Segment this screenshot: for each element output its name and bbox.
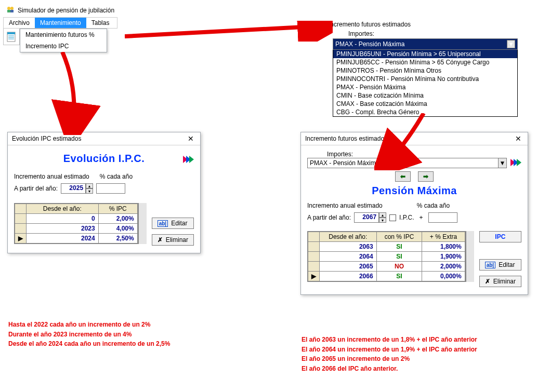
app-bar: Simulador de pensión de jubilación Archi… bbox=[3, 3, 117, 52]
submenu-futuros[interactable]: Mantenimiento futuros % bbox=[20, 29, 107, 40]
anno-left-2: Durante el año 2023 incremento de un 4% bbox=[8, 330, 170, 340]
edit-icon: ab| bbox=[158, 220, 168, 227]
spin-down-icon[interactable]: ▼ bbox=[379, 218, 386, 223]
fut-combo-value: PMAX - Pensión Máxima bbox=[310, 159, 379, 167]
dropdown-option[interactable]: PMINOTROS - Pensión Mínima Otros bbox=[333, 66, 517, 75]
dropdown-option[interactable]: PMAX - Pensión Máxima bbox=[333, 83, 517, 91]
svg-point-1 bbox=[10, 7, 14, 10]
delete-icon: ✗ bbox=[158, 236, 163, 244]
close-icon[interactable]: ✕ bbox=[186, 134, 196, 143]
rgb-arrows-icon[interactable] bbox=[185, 156, 194, 165]
annotation-right: El año 2063 un incremento de un 1,8% + e… bbox=[302, 335, 477, 373]
ipc-incr-label: Incremento anual estimado bbox=[14, 173, 89, 180]
edit-icon: ab| bbox=[485, 262, 495, 268]
ipc-year-row: A partir del año: 2025 ▲▼ bbox=[14, 183, 194, 194]
app-title: Simulador de pensión de jubilación bbox=[18, 7, 114, 14]
anno-left-3: Desde el año 2024 cada año un incremento… bbox=[8, 339, 170, 349]
importes-selected-text: PMAX - Pensión Máxima bbox=[335, 40, 404, 48]
ipc-checkbox[interactable] bbox=[389, 214, 396, 221]
edit-label: Editar bbox=[171, 220, 187, 227]
table-row[interactable]: 2063 SI 1,800% bbox=[308, 242, 465, 252]
svg-rect-3 bbox=[10, 10, 14, 12]
anno-right-3: El año 2065 un incremento de un 2% bbox=[302, 354, 477, 364]
spin-up-icon[interactable]: ▲ bbox=[86, 183, 93, 188]
arrow-icon bbox=[125, 21, 333, 42]
ipc-year-value[interactable]: 2025 bbox=[61, 183, 86, 194]
dropdown-option[interactable]: PMINJUB65CC - Pensión Mínima > 65 Cónyug… bbox=[333, 58, 517, 66]
app-title-row: Simulador de pensión de jubilación bbox=[3, 3, 117, 17]
anno-left-1: Hasta el 2022 cada año un incremento de … bbox=[8, 320, 170, 330]
fut-big-title: Pensión Máxima bbox=[307, 185, 521, 197]
importes-label: Importes: bbox=[326, 29, 518, 38]
close-icon[interactable]: ✕ bbox=[513, 134, 523, 143]
table-row[interactable]: 2023 4,00% bbox=[15, 224, 138, 234]
delete-label: Eliminar bbox=[166, 236, 188, 244]
fut-from-label: A partir del año: bbox=[307, 214, 351, 221]
menu-mantenimiento[interactable]: Mantenimiento bbox=[35, 18, 86, 28]
anno-right-4: El año 2066 del IPC año anterior. bbox=[302, 364, 477, 374]
delete-button[interactable]: ✗ Eliminar bbox=[479, 276, 521, 287]
annotation-left: Hasta el 2022 cada año un incremento de … bbox=[8, 320, 170, 349]
table-row[interactable]: 2065 NO 2,000% bbox=[308, 262, 465, 272]
fut-year-value[interactable]: 2067 bbox=[354, 212, 379, 223]
submenu-ipc[interactable]: Incremento IPC bbox=[20, 40, 107, 52]
fut-col-extra: + % Extra bbox=[422, 232, 465, 242]
toolbar-row: Mantenimiento futuros % Incremento IPC bbox=[3, 29, 117, 52]
spin-up-icon[interactable]: ▲ bbox=[379, 212, 386, 218]
table-row[interactable]: 2064 SI 1,900% bbox=[308, 252, 465, 262]
ipc-button[interactable]: IPC bbox=[479, 231, 521, 242]
menu-archivo[interactable]: Archivo bbox=[4, 18, 35, 28]
fut-scrollbar[interactable] bbox=[466, 231, 474, 282]
chevron-down-icon[interactable]: ▼ bbox=[498, 158, 506, 168]
submenu: Mantenimiento futuros % Incremento IPC bbox=[20, 29, 107, 52]
fut-year-input[interactable]: 2067 ▲▼ bbox=[354, 212, 386, 223]
fut-window-title: Incremento futuros estimado bbox=[305, 135, 384, 142]
dropdown-option[interactable]: CMAX - Base cotización Máxima bbox=[333, 100, 517, 108]
app-icon bbox=[6, 5, 15, 15]
svg-rect-2 bbox=[7, 10, 10, 12]
edit-button[interactable]: ab| Editar bbox=[479, 259, 521, 271]
fut-labels-row: Incremento anual estimado % cada año bbox=[307, 202, 521, 209]
table-row[interactable]: ▶ 2024 2,50% bbox=[15, 234, 138, 244]
grid-corner bbox=[308, 232, 320, 242]
dropdown-option[interactable]: PMINNOCONTRI - Pensión Mínima No contrib… bbox=[333, 75, 517, 83]
fut-extra-input[interactable] bbox=[428, 212, 457, 223]
menu-tablas[interactable]: Tablas bbox=[86, 18, 115, 28]
arrow-icon bbox=[374, 113, 437, 170]
notepad-icon[interactable] bbox=[3, 29, 20, 45]
ipc-col-year: Desde el año: bbox=[27, 204, 99, 214]
fut-col-ipc: con % IPC bbox=[376, 232, 422, 242]
delete-button[interactable]: ✗ Eliminar bbox=[152, 234, 194, 246]
fut-grid: Desde el año: con % IPC + % Extra 2063 S… bbox=[307, 231, 466, 282]
dropdown-option[interactable]: CMIN - Base cotización Mínima bbox=[333, 91, 517, 100]
chevron-down-icon[interactable]: ▼ bbox=[507, 40, 515, 48]
ipc-year-input[interactable]: 2025 ▲▼ bbox=[61, 183, 93, 194]
ipc-btn-label: IPC bbox=[495, 233, 505, 240]
plus-label: + bbox=[420, 214, 423, 221]
table-row[interactable]: 0 2,00% bbox=[15, 214, 138, 224]
fut-col-year: Desde el año: bbox=[320, 232, 377, 242]
fut-pct-label: % cada año bbox=[417, 202, 450, 209]
ipc-pct-input[interactable] bbox=[96, 183, 125, 194]
ipc-grid: Desde el año: % IPC 0 2,00% 2023 4,00% bbox=[14, 203, 138, 244]
ipc-dialog: Evolución IPC estimados ✕ Evolución I.P.… bbox=[7, 132, 201, 253]
spin-down-icon[interactable]: ▼ bbox=[86, 188, 93, 194]
top-right-panel: Incremento futuros estimados Importes: P… bbox=[326, 20, 518, 117]
rgb-arrows-icon[interactable] bbox=[512, 159, 521, 168]
ipc-pct-label: % cada año bbox=[100, 173, 133, 180]
table-row[interactable]: ▶ 2066 SI 0,000% bbox=[308, 272, 465, 281]
dropdown-option[interactable]: PMINJUB65UNI - Pensión Mínima > 65 Unipe… bbox=[333, 50, 517, 58]
grid-corner bbox=[15, 204, 27, 214]
ipc-window-title: Evolución IPC estimados bbox=[12, 135, 81, 142]
edit-button[interactable]: ab| Editar bbox=[152, 218, 194, 229]
importes-dropdown-selected[interactable]: PMAX - Pensión Máxima ▼ bbox=[333, 38, 518, 50]
anno-right-1: El año 2063 un incremento de un 1,8% + e… bbox=[302, 335, 477, 345]
ipc-check-label: I.P.C. bbox=[399, 214, 414, 221]
arrow-icon bbox=[42, 52, 104, 135]
ipc-big-title: Evolución I.P.C. bbox=[63, 153, 145, 165]
ipc-scrollbar[interactable] bbox=[138, 203, 147, 244]
next-button[interactable]: ➡ bbox=[418, 171, 434, 182]
anno-right-2: El año 2064 un incremento de un 1,9% + e… bbox=[302, 345, 477, 355]
prev-button[interactable]: ⬅ bbox=[395, 171, 411, 182]
delete-icon: ✗ bbox=[485, 278, 490, 285]
